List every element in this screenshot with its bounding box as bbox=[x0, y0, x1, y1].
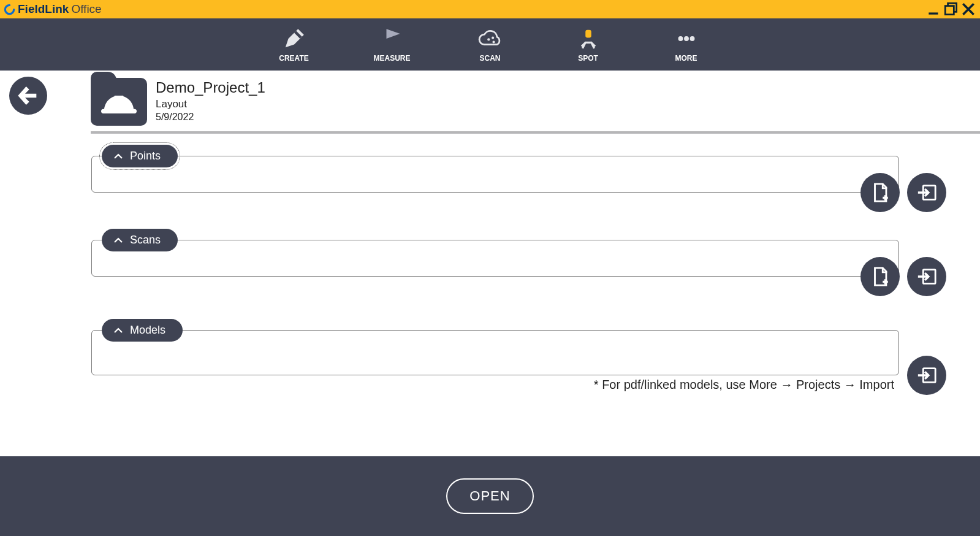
brand-bold: FieldLink bbox=[18, 2, 69, 16]
titlebar: FieldLink Office bbox=[0, 0, 980, 18]
flag-icon bbox=[381, 27, 404, 50]
svg-point-3 bbox=[487, 38, 490, 40]
arrow-left-icon bbox=[16, 83, 40, 108]
brand-light: Office bbox=[71, 2, 101, 16]
content-area: Demo_Project_1 Layout 5/9/2022 Points Sc… bbox=[0, 71, 980, 456]
svg-point-4 bbox=[492, 36, 494, 39]
svg-point-7 bbox=[678, 36, 683, 41]
window-controls bbox=[926, 1, 976, 17]
section-scans: Scans bbox=[91, 229, 980, 251]
svg-point-5 bbox=[492, 40, 495, 43]
collapse-toggle-scans[interactable]: Scans bbox=[102, 229, 178, 251]
project-folder-icon bbox=[91, 78, 147, 126]
toolbar-scan[interactable]: SCAN bbox=[466, 27, 515, 63]
toolbar-measure-label: MEASURE bbox=[373, 54, 410, 63]
section-points-label: Points bbox=[130, 150, 161, 163]
section-models-label: Models bbox=[130, 324, 165, 337]
main-toolbar: CREATE MEASURE SCAN SPOT MORE bbox=[0, 18, 980, 71]
section-models-actions bbox=[907, 356, 946, 395]
section-frame-models bbox=[91, 330, 899, 375]
section-points: Points bbox=[91, 145, 980, 167]
svg-rect-6 bbox=[585, 29, 591, 37]
import-icon bbox=[916, 266, 937, 287]
section-frame-scans bbox=[91, 240, 899, 277]
back-button[interactable] bbox=[9, 77, 47, 115]
app-brand: FieldLink Office bbox=[4, 2, 102, 16]
svg-point-9 bbox=[689, 36, 694, 41]
toolbar-more[interactable]: MORE bbox=[662, 27, 711, 63]
close-button[interactable] bbox=[960, 1, 976, 17]
more-dots-icon bbox=[675, 27, 698, 50]
toolbar-spot[interactable]: SPOT bbox=[564, 27, 613, 63]
project-date: 5/9/2022 bbox=[156, 112, 265, 123]
maximize-button[interactable] bbox=[943, 1, 959, 17]
svg-rect-2 bbox=[945, 6, 954, 15]
import-points-button[interactable] bbox=[907, 173, 946, 212]
toolbar-scan-label: SCAN bbox=[479, 54, 500, 63]
open-button[interactable]: OPEN bbox=[446, 478, 533, 514]
import-icon bbox=[916, 182, 937, 203]
project-header: Demo_Project_1 Layout 5/9/2022 bbox=[91, 78, 980, 130]
collapse-toggle-models[interactable]: Models bbox=[102, 319, 183, 342]
cloud-scan-icon bbox=[477, 27, 504, 50]
project-title: Demo_Project_1 bbox=[156, 79, 265, 96]
section-scans-label: Scans bbox=[130, 234, 161, 247]
toolbar-more-label: MORE bbox=[675, 54, 697, 63]
models-hint-text: * For pdf/linked models, use More → Proj… bbox=[594, 378, 894, 392]
import-icon bbox=[916, 365, 937, 386]
brand-logo-icon bbox=[4, 4, 15, 15]
file-plus-icon bbox=[870, 266, 891, 287]
section-scans-actions bbox=[860, 257, 946, 296]
chevron-up-icon bbox=[113, 325, 124, 336]
hardhat-icon bbox=[101, 90, 137, 117]
toolbar-create-label: CREATE bbox=[279, 54, 308, 63]
import-models-button[interactable] bbox=[907, 356, 946, 395]
svg-point-8 bbox=[684, 36, 689, 41]
pencil-icon bbox=[283, 27, 306, 50]
svg-rect-10 bbox=[101, 109, 137, 113]
divider bbox=[91, 131, 980, 134]
add-file-scans-button[interactable] bbox=[860, 257, 900, 296]
project-subtitle: Layout bbox=[156, 98, 265, 110]
section-models: Models * For pdf/linked models, use More… bbox=[91, 319, 980, 342]
project-meta: Demo_Project_1 Layout 5/9/2022 bbox=[156, 78, 265, 123]
collapse-toggle-points[interactable]: Points bbox=[102, 145, 178, 167]
toolbar-create[interactable]: CREATE bbox=[270, 27, 319, 63]
chevron-up-icon bbox=[113, 151, 124, 162]
minimize-button[interactable] bbox=[926, 1, 942, 17]
section-frame-points bbox=[91, 156, 899, 193]
import-scans-button[interactable] bbox=[907, 257, 946, 296]
add-file-points-button[interactable] bbox=[860, 173, 900, 212]
footer-bar: OPEN bbox=[0, 456, 980, 536]
svg-rect-0 bbox=[929, 12, 938, 14]
spot-robot-icon bbox=[576, 27, 601, 50]
section-points-actions bbox=[860, 173, 946, 212]
file-plus-icon bbox=[870, 182, 891, 203]
chevron-up-icon bbox=[113, 235, 124, 246]
toolbar-measure[interactable]: MEASURE bbox=[368, 27, 417, 63]
toolbar-spot-label: SPOT bbox=[578, 54, 598, 63]
